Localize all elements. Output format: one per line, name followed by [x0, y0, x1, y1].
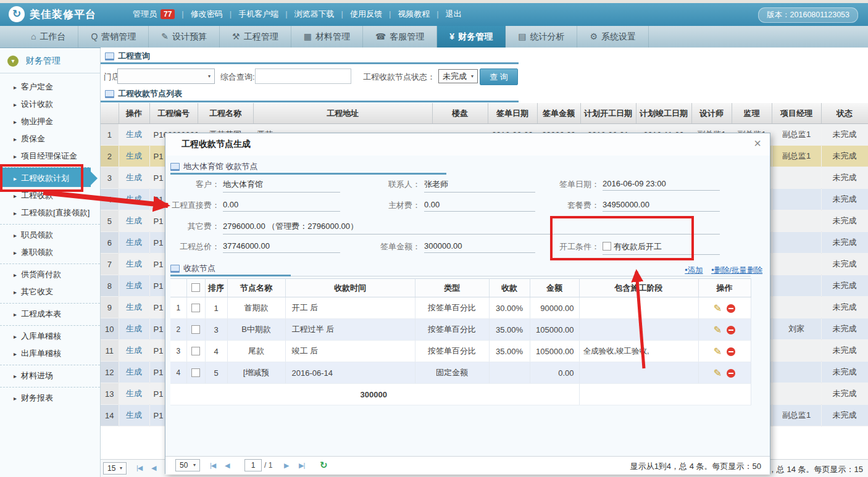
generate-link[interactable]: 生成: [126, 389, 142, 398]
sidebar-item-label: 工程收款: [21, 191, 53, 200]
notification-badge[interactable]: 77: [161, 9, 175, 19]
sidebar-header[interactable]: ▾ 财务管理: [0, 48, 100, 73]
edit-pencil-icon[interactable]: ✎: [714, 368, 722, 378]
page-number-input[interactable]: 1: [244, 459, 262, 471]
project-manager: [772, 340, 821, 362]
node-row[interactable]: 2 3 B中期款 工程过半 后 按签单百分比 35.00% 105000.00 …: [170, 319, 751, 341]
delete-node-link[interactable]: •删除/批量删除: [711, 266, 762, 275]
generate-link[interactable]: 生成: [126, 302, 142, 312]
generate-link[interactable]: 生成: [126, 281, 142, 290]
tab-settings[interactable]: ⚙系统设置: [577, 26, 649, 48]
generate-link[interactable]: 生成: [126, 151, 142, 160]
prev-page-icon[interactable]: ◀: [225, 462, 229, 470]
nav-tab-label: 统计分析: [530, 31, 564, 41]
column-header: 操作: [119, 103, 149, 124]
generate-link[interactable]: 生成: [126, 130, 142, 139]
other-fee-field: 2796000.00 （管理费：2796000.00）: [223, 221, 720, 234]
sidebar-item-property-deposit[interactable]: ▸物业押金: [0, 113, 100, 130]
store-select[interactable]: ▾: [117, 68, 215, 84]
sidebar-item-material-entry[interactable]: ▸材料进场: [0, 365, 100, 384]
row-checkbox[interactable]: [191, 325, 200, 334]
select-all-checkbox[interactable]: [191, 283, 200, 292]
first-page-icon[interactable]: |◀: [136, 464, 142, 472]
refresh-icon[interactable]: ↻: [320, 460, 328, 471]
row-checkbox[interactable]: [191, 368, 200, 377]
nav-tab-label: 工作台: [40, 31, 65, 41]
delete-icon[interactable]: [727, 304, 735, 313]
tab-workbench[interactable]: ⌂工作台: [19, 26, 78, 48]
generate-link[interactable]: 生成: [126, 216, 142, 225]
tab-design-budget[interactable]: ✎设计预算: [149, 26, 220, 48]
sidebar-item-outbound-audit[interactable]: ▸出库单稽核: [0, 345, 100, 362]
page-size-select[interactable]: 50▾: [175, 459, 200, 471]
query-button[interactable]: 查 询: [480, 68, 518, 85]
page-size-select[interactable]: 15▾: [103, 462, 127, 475]
add-node-link[interactable]: •添加: [685, 266, 703, 275]
start-condition-checkbox[interactable]: [603, 242, 611, 251]
tab-project[interactable]: ⚒工程管理: [220, 26, 291, 48]
delete-icon[interactable]: [727, 326, 735, 334]
row-checkbox[interactable]: [191, 347, 200, 355]
delete-icon[interactable]: [727, 369, 735, 378]
generate-link[interactable]: 生成: [126, 410, 142, 420]
status-select[interactable]: 未完成▾: [438, 69, 478, 83]
delete-icon[interactable]: [727, 347, 735, 356]
generate-link[interactable]: 生成: [126, 324, 142, 333]
prev-page-icon[interactable]: ◀: [151, 464, 156, 472]
sidebar-item-project-payment-plan[interactable]: ▸工程收款计划: [0, 167, 91, 187]
combined-query-input[interactable]: [255, 68, 351, 84]
last-page-icon[interactable]: ▶|: [299, 462, 304, 470]
included-stages: [579, 362, 698, 384]
node-row[interactable]: 1 1 首期款 开工 后 按签单百分比 30.00% 90000.00 ✎: [170, 297, 751, 319]
tab-marketing[interactable]: Q营销管理: [78, 26, 149, 48]
menu-change-password[interactable]: 修改密码: [175, 9, 222, 20]
row-checkbox[interactable]: [191, 304, 200, 312]
node-row[interactable]: 3 4 尾款 竣工 后 按签单百分比 35.00% 105000.00 全成验收…: [170, 341, 751, 362]
generate-link[interactable]: 生成: [126, 173, 142, 182]
sidebar-item-pm-deposit[interactable]: ▸项目经理保证金: [0, 147, 100, 165]
sidebar-item-inbound-audit[interactable]: ▸入库单稽核: [0, 325, 100, 345]
sidebar-item-parttime-draw[interactable]: ▸兼职领款: [0, 244, 100, 261]
menu-logout[interactable]: 退出: [430, 9, 461, 20]
sidebar-item-other-income[interactable]: ▸其它收支: [0, 283, 100, 301]
edit-pencil-icon[interactable]: ✎: [714, 346, 722, 357]
sidebar-item-project-draw[interactable]: ▸工程领款[直接领款]: [0, 204, 100, 222]
user-label[interactable]: 管理员: [133, 9, 157, 20]
menu-feedback[interactable]: 使用反馈: [335, 9, 382, 20]
sidebar-item-project-cost[interactable]: ▸工程成本表: [0, 303, 100, 323]
triangle-right-icon: ▸: [14, 350, 17, 357]
generate-link[interactable]: 生成: [126, 194, 142, 204]
sidebar-item-project-payment[interactable]: ▸工程收款: [0, 187, 100, 204]
first-page-icon[interactable]: |◀: [210, 462, 215, 470]
close-icon[interactable]: ×: [754, 136, 761, 151]
nodes-section-title: 收款节点: [170, 263, 215, 274]
sidebar-item-finance-report[interactable]: ▸财务报表: [0, 387, 100, 407]
sidebar-item-design-payment[interactable]: ▸设计收款: [0, 96, 100, 113]
column-header: [101, 103, 119, 124]
menu-mobile-client[interactable]: 手机客户端: [223, 9, 278, 20]
next-page-icon[interactable]: ▶: [284, 462, 288, 470]
sign-date-label: 签单日期：: [543, 179, 599, 190]
edit-pencil-icon[interactable]: ✎: [714, 303, 722, 313]
sidebar-item-staff-draw[interactable]: ▸职员领款: [0, 224, 100, 244]
section-underline: [170, 173, 446, 175]
sidebar-item-label: 工程领款[直接领款]: [21, 208, 90, 217]
tab-material[interactable]: ▦材料管理: [291, 26, 363, 48]
sidebar-item-customer-deposit[interactable]: ▸客户定金: [0, 78, 100, 96]
edit-pencil-icon[interactable]: ✎: [714, 325, 722, 335]
node-row[interactable]: 4 5 [增减预 2016-06-14 固定金额 0.00 ✎: [170, 362, 751, 384]
sidebar-item-warranty-deposit[interactable]: ▸质保金: [0, 130, 100, 147]
generate-link[interactable]: 生成: [126, 346, 142, 355]
contact-label: 联系人：: [368, 179, 420, 190]
generate-link[interactable]: 生成: [126, 238, 142, 247]
column-header: 楼盘: [432, 103, 488, 124]
tab-stats[interactable]: ▤统计分析: [506, 26, 577, 48]
generate-link[interactable]: 生成: [126, 259, 142, 268]
menu-browser-download[interactable]: 浏览器下载: [278, 9, 334, 20]
sidebar-item-supplier-payment[interactable]: ▸供货商付款: [0, 263, 100, 283]
tab-finance[interactable]: ¥财务管理: [437, 26, 506, 48]
column-header: 项目经理: [772, 103, 821, 124]
tab-customer-service[interactable]: ☎客服管理: [363, 26, 437, 48]
menu-video-tutorial[interactable]: 视频教程: [382, 9, 430, 20]
generate-link[interactable]: 生成: [126, 367, 142, 376]
